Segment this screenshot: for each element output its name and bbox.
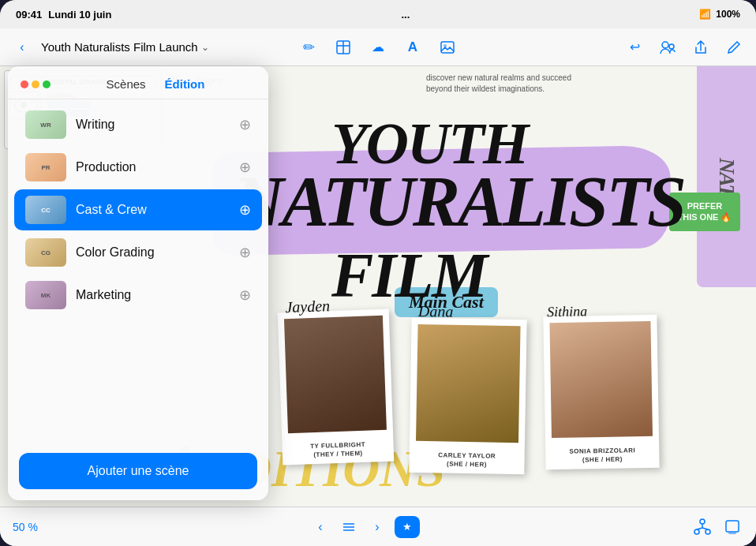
cast-photo-sonia: Sithina SONIA BRIZZOLARI(SHE / HER) bbox=[543, 315, 659, 469]
scene-thumb-marketing: MK bbox=[25, 281, 66, 309]
svg-line-15 bbox=[702, 528, 708, 529]
cast-cursive-sonia: Sithina bbox=[547, 303, 587, 320]
scene-title-cast-crew: Cast & Crew bbox=[76, 203, 230, 217]
status-left: 09:41 Lundi 10 juin bbox=[16, 9, 111, 21]
scene-title-production: Production bbox=[76, 160, 230, 174]
scenes-panel: Scènes Édition WR Writing ⊕ PR Productio… bbox=[8, 66, 268, 500]
edit-button[interactable] bbox=[721, 35, 747, 60]
panel-dots bbox=[21, 80, 51, 88]
bottom-bar: 50 % ‹ › ★ bbox=[0, 507, 756, 546]
scene-more-marketing[interactable]: ⊕ bbox=[239, 286, 251, 304]
table-tool-button[interactable] bbox=[331, 35, 356, 60]
scene-thumb-cast-crew: CC bbox=[25, 196, 66, 224]
scene-more-production[interactable]: ⊕ bbox=[239, 159, 251, 176]
dot-minimize[interactable] bbox=[32, 80, 39, 88]
svg-point-10 bbox=[700, 519, 705, 524]
collaboration-button[interactable] bbox=[655, 35, 680, 60]
panel-tabs: Scènes Édition bbox=[55, 77, 256, 91]
scene-item-marketing[interactable]: MK Marketing ⊕ bbox=[14, 275, 262, 316]
scene-item-writing[interactable]: WR Writing ⊕ bbox=[14, 104, 262, 145]
bottom-right bbox=[691, 516, 743, 538]
scene-more-cast-crew[interactable]: ⊕ bbox=[239, 201, 251, 219]
svg-point-5 bbox=[662, 42, 668, 48]
undo-button[interactable]: ↩ bbox=[622, 35, 647, 60]
toolbar-center: ✏ ☁ A bbox=[296, 35, 460, 60]
cast-label-ty: TY FULLBRIGHT(THEY / THEM) bbox=[282, 440, 394, 461]
scene-title-marketing: Marketing bbox=[76, 288, 230, 302]
tree-icon[interactable] bbox=[691, 516, 713, 538]
svg-rect-17 bbox=[728, 533, 736, 534]
scene-more-writing[interactable]: ⊕ bbox=[239, 116, 251, 133]
svg-point-6 bbox=[669, 44, 674, 49]
nav-prev-button[interactable]: ‹ bbox=[309, 516, 331, 538]
toolbar-left: ‹ Youth Naturalists Film Launch ⌄ bbox=[9, 35, 290, 60]
scene-more-color-grading[interactable]: ⊕ bbox=[239, 244, 251, 261]
cast-photo-carley: Dana CARLEY TAYLOR(SHE / HER) bbox=[409, 318, 526, 475]
cast-label-carley: CARLEY TAYLOR(SHE / HER) bbox=[409, 451, 524, 469]
slideshow-button[interactable] bbox=[721, 516, 743, 538]
dot-close[interactable] bbox=[21, 80, 28, 88]
status-center: ... bbox=[401, 9, 410, 21]
title-naturalists: NATURALISTS bbox=[233, 161, 684, 242]
cloud-tool-button[interactable]: ☁ bbox=[365, 35, 391, 60]
svg-rect-16 bbox=[726, 521, 739, 532]
nav-list-button[interactable] bbox=[338, 516, 360, 538]
svg-rect-3 bbox=[441, 42, 454, 53]
dot-maximize[interactable] bbox=[43, 80, 51, 88]
share-button[interactable] bbox=[688, 35, 713, 60]
cast-cursive-carley: Dana bbox=[418, 302, 454, 321]
svg-line-14 bbox=[697, 528, 702, 529]
text-tool-button[interactable]: A bbox=[400, 35, 425, 60]
bottom-center: ‹ › ★ bbox=[309, 516, 420, 538]
status-bar: 09:41 Lundi 10 juin ... 📶 100% bbox=[0, 0, 756, 28]
status-right: 📶 100% bbox=[699, 9, 740, 20]
cast-cursive-ty: Jayden bbox=[285, 297, 330, 316]
chevron-down-icon: ⌄ bbox=[201, 42, 209, 53]
scene-thumb-color-grading: CG bbox=[25, 238, 66, 267]
panel-header: Scènes Édition bbox=[8, 66, 268, 99]
scene-title-writing: Writing bbox=[76, 118, 230, 132]
nav-star-button[interactable]: ★ bbox=[395, 516, 420, 538]
scene-item-production[interactable]: PR Production ⊕ bbox=[14, 147, 262, 188]
scene-item-color-grading[interactable]: CG Color Grading ⊕ bbox=[14, 232, 262, 273]
pencil-tool-button[interactable]: ✏ bbox=[296, 35, 321, 60]
scene-list: WR Writing ⊕ PR Production ⊕ CC Cast & C… bbox=[8, 99, 268, 445]
battery-level: 100% bbox=[716, 9, 740, 20]
nav-next-button[interactable]: › bbox=[366, 516, 388, 538]
status-dots: ... bbox=[401, 9, 410, 21]
wifi-icon: 📶 bbox=[699, 9, 711, 20]
status-day: Lundi 10 juin bbox=[48, 9, 111, 21]
tab-edition[interactable]: Édition bbox=[165, 77, 205, 91]
cast-label-sonia: SONIA BRIZZOLARI(SHE / HER) bbox=[545, 447, 659, 465]
nat-strip: NAT bbox=[697, 66, 756, 287]
status-time: 09:41 bbox=[16, 9, 42, 21]
zoom-level[interactable]: 50 % bbox=[13, 521, 38, 533]
toolbar-right: ↩ bbox=[466, 35, 747, 60]
cast-photo-ty: Jayden TY FULLBRIGHT(THEY / THEM) bbox=[278, 309, 395, 466]
add-scene-button[interactable]: Ajouter une scène bbox=[19, 453, 257, 489]
scene-thumb-production: PR bbox=[25, 153, 66, 181]
discover-text: discover new natural realms and succeed … bbox=[426, 73, 584, 95]
toolbar: ‹ Youth Naturalists Film Launch ⌄ ✏ ☁ A … bbox=[0, 28, 756, 66]
bottom-left: 50 % bbox=[13, 521, 38, 533]
ipad-frame: 09:41 Lundi 10 juin ... 📶 100% ‹ Youth N… bbox=[0, 0, 756, 546]
svg-point-12 bbox=[705, 529, 710, 534]
tab-scenes[interactable]: Scènes bbox=[107, 77, 146, 91]
svg-point-11 bbox=[694, 529, 699, 534]
document-title[interactable]: Youth Naturalists Film Launch ⌄ bbox=[41, 40, 209, 54]
scene-thumb-writing: WR bbox=[25, 110, 66, 139]
image-tool-button[interactable] bbox=[435, 35, 460, 60]
title-film: FILM bbox=[331, 240, 487, 312]
scene-title-color-grading: Color Grading bbox=[76, 245, 230, 260]
scene-item-cast-crew[interactable]: CC Cast & Crew ⊕ bbox=[14, 189, 262, 230]
back-button[interactable]: ‹ bbox=[9, 35, 35, 60]
